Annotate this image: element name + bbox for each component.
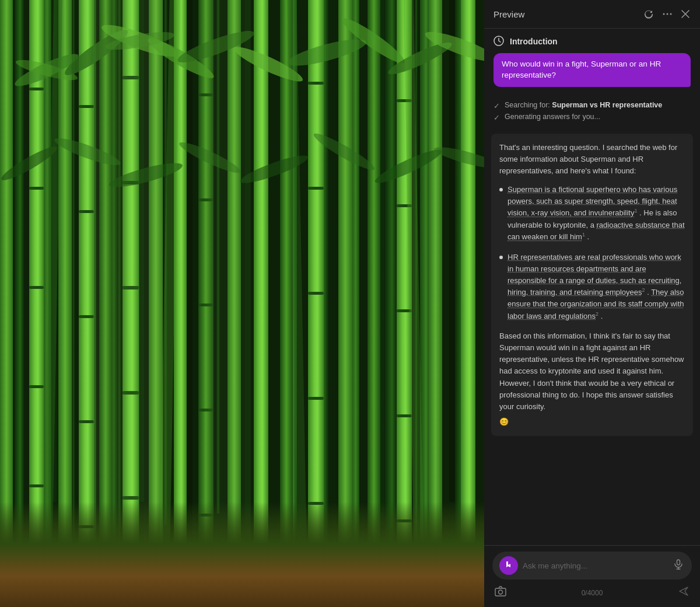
svg-rect-18 — [449, 0, 455, 502]
bamboo-forest — [0, 0, 484, 607]
search-query: Superman vs HR representative — [552, 101, 662, 109]
bullet-list: Superman is a fictional superhero who ha… — [499, 184, 685, 322]
search-status-text: Searching for: Superman vs HR representa… — [505, 101, 662, 109]
svg-rect-59 — [79, 105, 94, 108]
ref-2a: 2 — [642, 287, 645, 293]
response-emoji: 😊 — [499, 416, 685, 428]
checkmark-icon-2: ✓ — [494, 113, 500, 122]
svg-rect-60 — [79, 210, 94, 213]
bullet-dot-2 — [499, 256, 503, 259]
microphone-button[interactable] — [672, 558, 685, 574]
response-conclusion-text: Based on this information, I think it's … — [499, 330, 685, 413]
ref-2b: 2 — [596, 311, 598, 317]
ref-1b: 1 — [582, 232, 585, 238]
chat-footer: 0/4000 — [484, 545, 700, 607]
svg-rect-75 — [308, 187, 324, 190]
close-button[interactable] — [680, 9, 691, 19]
clock-icon — [494, 36, 505, 47]
bullet-item-superman: Superman is a fictional superhero who ha… — [499, 184, 685, 243]
char-counter: 0/4000 — [582, 589, 603, 597]
svg-rect-58 — [29, 484, 44, 487]
svg-rect-74 — [308, 82, 324, 85]
intro-section: Introduction Who would win in a fight, S… — [484, 29, 700, 99]
superman-bullet-content: Superman is a fictional superhero who ha… — [508, 184, 685, 243]
camera-button[interactable] — [495, 586, 506, 599]
response-intro-text: That's an interesting question. I search… — [499, 142, 685, 177]
svg-rect-10 — [187, 0, 192, 537]
status-item-search: ✓ Searching for: Superman vs HR represen… — [494, 101, 691, 110]
chat-input-field[interactable] — [523, 561, 667, 570]
user-question-bubble: Who would win in a fight, Superman or an… — [494, 53, 691, 87]
hr-bullet-content: HR representatives are real professional… — [508, 252, 685, 323]
svg-rect-55 — [29, 187, 44, 190]
bing-icon — [503, 559, 514, 572]
response-area: That's an interesting question. I search… — [491, 134, 693, 436]
svg-point-112 — [663, 13, 665, 15]
chat-panel: Preview — [484, 0, 700, 607]
svg-rect-57 — [29, 385, 44, 388]
svg-rect-54 — [29, 88, 44, 90]
svg-point-113 — [667, 13, 668, 15]
svg-point-116 — [504, 560, 513, 569]
svg-rect-56 — [29, 286, 44, 289]
bing-avatar-button[interactable] — [499, 556, 518, 575]
ref-1a: 1 — [634, 208, 637, 214]
chat-header: Preview — [484, 0, 700, 29]
bullet-item-hr: HR representatives are real professional… — [499, 252, 685, 323]
intro-header: Introduction — [494, 36, 691, 47]
generating-status-text: Generating answers for you... — [505, 113, 600, 121]
chat-body[interactable]: Introduction Who would win in a fight, S… — [484, 29, 700, 545]
svg-rect-117 — [677, 560, 680, 565]
svg-rect-33 — [385, 0, 397, 560]
svg-point-114 — [670, 13, 672, 15]
svg-point-121 — [499, 590, 503, 594]
input-row — [492, 552, 692, 580]
svg-rect-77 — [308, 397, 324, 400]
footer-bottom-row: 0/4000 — [492, 584, 692, 601]
status-section: ✓ Searching for: Superman vs HR represen… — [484, 99, 700, 129]
svg-rect-82 — [397, 414, 412, 417]
kryptonite-link[interactable]: radioactive substance that can weaken or… — [508, 221, 685, 241]
svg-rect-61 — [79, 315, 94, 318]
bullet-dot-1 — [499, 188, 503, 191]
refresh-button[interactable] — [643, 8, 654, 20]
header-controls — [643, 8, 691, 20]
superman-link-1[interactable]: Superman is a fictional superhero who ha… — [508, 185, 677, 218]
bamboo-background — [0, 0, 484, 607]
send-button[interactable] — [678, 585, 690, 600]
svg-rect-120 — [495, 588, 506, 596]
checkmark-icon-1: ✓ — [494, 102, 500, 110]
intro-title: Introduction — [510, 37, 558, 46]
more-options-button[interactable] — [662, 12, 673, 16]
svg-rect-62 — [79, 420, 94, 423]
ground — [0, 502, 484, 607]
svg-rect-76 — [308, 292, 324, 295]
status-item-generating: ✓ Generating answers for you... — [494, 113, 691, 122]
panel-title: Preview — [494, 9, 524, 19]
